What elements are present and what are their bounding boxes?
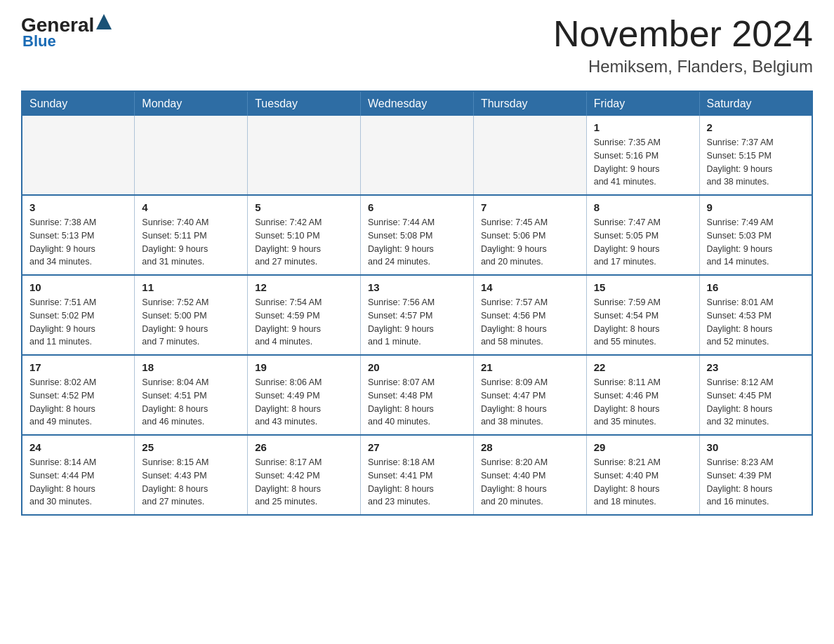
calendar-week-row: 3Sunrise: 7:38 AM Sunset: 5:13 PM Daylig… <box>22 195 812 275</box>
calendar-cell: 11Sunrise: 7:52 AM Sunset: 5:00 PM Dayli… <box>135 275 248 355</box>
day-info: Sunrise: 7:47 AM Sunset: 5:05 PM Dayligh… <box>594 216 692 269</box>
calendar-cell: 30Sunrise: 8:23 AM Sunset: 4:39 PM Dayli… <box>699 435 812 515</box>
day-number: 27 <box>368 441 466 453</box>
day-info: Sunrise: 8:18 AM Sunset: 4:41 PM Dayligh… <box>368 456 466 509</box>
day-info: Sunrise: 8:15 AM Sunset: 4:43 PM Dayligh… <box>142 456 240 509</box>
calendar-cell: 4Sunrise: 7:40 AM Sunset: 5:11 PM Daylig… <box>135 195 248 275</box>
calendar-cell: 20Sunrise: 8:07 AM Sunset: 4:48 PM Dayli… <box>361 355 474 435</box>
calendar-cell: 16Sunrise: 8:01 AM Sunset: 4:53 PM Dayli… <box>699 275 812 355</box>
logo-triangle-icon <box>96 14 112 29</box>
day-number: 12 <box>255 281 353 293</box>
day-number: 23 <box>707 361 805 373</box>
day-info: Sunrise: 8:06 AM Sunset: 4:49 PM Dayligh… <box>255 376 353 429</box>
calendar-cell <box>22 116 135 195</box>
day-info: Sunrise: 7:49 AM Sunset: 5:03 PM Dayligh… <box>707 216 805 269</box>
day-number: 21 <box>481 361 579 373</box>
calendar-cell: 23Sunrise: 8:12 AM Sunset: 4:45 PM Dayli… <box>699 355 812 435</box>
weekday-header-sunday: Sunday <box>22 91 135 116</box>
day-number: 11 <box>142 281 240 293</box>
day-number: 24 <box>29 441 127 453</box>
calendar-cell: 19Sunrise: 8:06 AM Sunset: 4:49 PM Dayli… <box>248 355 361 435</box>
calendar-cell: 1Sunrise: 7:35 AM Sunset: 5:16 PM Daylig… <box>586 116 699 195</box>
day-info: Sunrise: 8:07 AM Sunset: 4:48 PM Dayligh… <box>368 376 466 429</box>
day-info: Sunrise: 7:44 AM Sunset: 5:08 PM Dayligh… <box>368 216 466 269</box>
calendar-cell <box>135 116 248 195</box>
day-number: 30 <box>707 441 805 453</box>
day-info: Sunrise: 7:42 AM Sunset: 5:10 PM Dayligh… <box>255 216 353 269</box>
day-info: Sunrise: 8:12 AM Sunset: 4:45 PM Dayligh… <box>707 376 805 429</box>
calendar-week-row: 17Sunrise: 8:02 AM Sunset: 4:52 PM Dayli… <box>22 355 812 435</box>
day-info: Sunrise: 7:57 AM Sunset: 4:56 PM Dayligh… <box>481 296 579 349</box>
day-number: 9 <box>707 201 805 213</box>
day-number: 16 <box>707 281 805 293</box>
calendar-cell: 28Sunrise: 8:20 AM Sunset: 4:40 PM Dayli… <box>473 435 586 515</box>
day-info: Sunrise: 7:38 AM Sunset: 5:13 PM Dayligh… <box>29 216 127 269</box>
calendar-cell: 6Sunrise: 7:44 AM Sunset: 5:08 PM Daylig… <box>361 195 474 275</box>
day-number: 5 <box>255 201 353 213</box>
calendar-cell: 27Sunrise: 8:18 AM Sunset: 4:41 PM Dayli… <box>361 435 474 515</box>
calendar-cell: 13Sunrise: 7:56 AM Sunset: 4:57 PM Dayli… <box>361 275 474 355</box>
calendar-cell: 9Sunrise: 7:49 AM Sunset: 5:03 PM Daylig… <box>699 195 812 275</box>
day-number: 26 <box>255 441 353 453</box>
day-info: Sunrise: 7:52 AM Sunset: 5:00 PM Dayligh… <box>142 296 240 349</box>
calendar-cell <box>361 116 474 195</box>
day-info: Sunrise: 8:09 AM Sunset: 4:47 PM Dayligh… <box>481 376 579 429</box>
day-info: Sunrise: 7:40 AM Sunset: 5:11 PM Dayligh… <box>142 216 240 269</box>
day-number: 19 <box>255 361 353 373</box>
day-info: Sunrise: 8:01 AM Sunset: 4:53 PM Dayligh… <box>707 296 805 349</box>
calendar-cell: 7Sunrise: 7:45 AM Sunset: 5:06 PM Daylig… <box>473 195 586 275</box>
day-number: 7 <box>481 201 579 213</box>
day-number: 18 <box>142 361 240 373</box>
calendar-cell <box>248 116 361 195</box>
day-number: 3 <box>29 201 127 213</box>
calendar-cell: 22Sunrise: 8:11 AM Sunset: 4:46 PM Dayli… <box>586 355 699 435</box>
day-number: 13 <box>368 281 466 293</box>
calendar-cell: 15Sunrise: 7:59 AM Sunset: 4:54 PM Dayli… <box>586 275 699 355</box>
calendar-cell: 21Sunrise: 8:09 AM Sunset: 4:47 PM Dayli… <box>473 355 586 435</box>
calendar-week-row: 1Sunrise: 7:35 AM Sunset: 5:16 PM Daylig… <box>22 116 812 195</box>
day-number: 4 <box>142 201 240 213</box>
day-info: Sunrise: 7:54 AM Sunset: 4:59 PM Dayligh… <box>255 296 353 349</box>
weekday-header-thursday: Thursday <box>473 91 586 116</box>
calendar-table: SundayMondayTuesdayWednesdayThursdayFrid… <box>21 90 813 516</box>
calendar-cell: 17Sunrise: 8:02 AM Sunset: 4:52 PM Dayli… <box>22 355 135 435</box>
day-info: Sunrise: 7:51 AM Sunset: 5:02 PM Dayligh… <box>29 296 127 349</box>
calendar-cell: 18Sunrise: 8:04 AM Sunset: 4:51 PM Dayli… <box>135 355 248 435</box>
day-number: 14 <box>481 281 579 293</box>
calendar-cell: 3Sunrise: 7:38 AM Sunset: 5:13 PM Daylig… <box>22 195 135 275</box>
day-number: 15 <box>594 281 692 293</box>
page-header: General Blue November 2024 Hemiksem, Fla… <box>21 14 813 76</box>
calendar-cell <box>473 116 586 195</box>
day-number: 29 <box>594 441 692 453</box>
day-info: Sunrise: 8:23 AM Sunset: 4:39 PM Dayligh… <box>707 456 805 509</box>
day-info: Sunrise: 7:56 AM Sunset: 4:57 PM Dayligh… <box>368 296 466 349</box>
day-info: Sunrise: 8:21 AM Sunset: 4:40 PM Dayligh… <box>594 456 692 509</box>
weekday-header-friday: Friday <box>586 91 699 116</box>
weekday-header-monday: Monday <box>135 91 248 116</box>
weekday-header-saturday: Saturday <box>699 91 812 116</box>
calendar-cell: 29Sunrise: 8:21 AM Sunset: 4:40 PM Dayli… <box>586 435 699 515</box>
day-info: Sunrise: 7:45 AM Sunset: 5:06 PM Dayligh… <box>481 216 579 269</box>
day-info: Sunrise: 8:02 AM Sunset: 4:52 PM Dayligh… <box>29 376 127 429</box>
calendar-week-row: 10Sunrise: 7:51 AM Sunset: 5:02 PM Dayli… <box>22 275 812 355</box>
weekday-header-wednesday: Wednesday <box>361 91 474 116</box>
calendar-cell: 5Sunrise: 7:42 AM Sunset: 5:10 PM Daylig… <box>248 195 361 275</box>
day-info: Sunrise: 8:20 AM Sunset: 4:40 PM Dayligh… <box>481 456 579 509</box>
day-info: Sunrise: 8:04 AM Sunset: 4:51 PM Dayligh… <box>142 376 240 429</box>
logo-blue-text: Blue <box>22 32 56 50</box>
weekday-header-row: SundayMondayTuesdayWednesdayThursdayFrid… <box>22 91 812 116</box>
day-info: Sunrise: 8:14 AM Sunset: 4:44 PM Dayligh… <box>29 456 127 509</box>
day-number: 20 <box>368 361 466 373</box>
day-info: Sunrise: 7:37 AM Sunset: 5:15 PM Dayligh… <box>707 136 805 189</box>
day-number: 8 <box>594 201 692 213</box>
calendar-cell: 24Sunrise: 8:14 AM Sunset: 4:44 PM Dayli… <box>22 435 135 515</box>
day-info: Sunrise: 7:35 AM Sunset: 5:16 PM Dayligh… <box>594 136 692 189</box>
day-number: 1 <box>594 121 692 133</box>
svg-marker-0 <box>96 14 112 29</box>
day-info: Sunrise: 7:59 AM Sunset: 4:54 PM Dayligh… <box>594 296 692 349</box>
day-number: 6 <box>368 201 466 213</box>
day-number: 10 <box>29 281 127 293</box>
month-year-title: November 2024 <box>553 14 813 54</box>
day-number: 2 <box>707 121 805 133</box>
weekday-header-tuesday: Tuesday <box>248 91 361 116</box>
